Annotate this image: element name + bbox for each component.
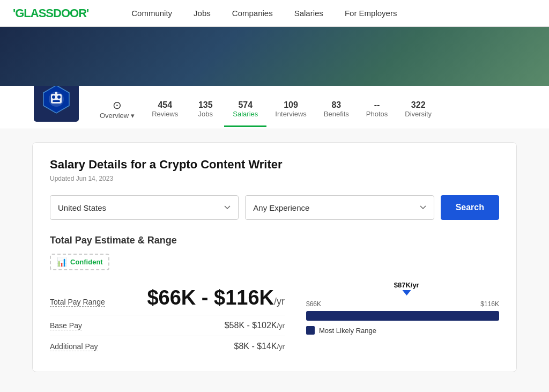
range-min: $66K	[306, 300, 321, 308]
nav-jobs[interactable]: Jobs	[194, 9, 211, 18]
nav-links: Community Jobs Companies Salaries For Em…	[131, 9, 397, 18]
company-logo-icon	[40, 83, 72, 115]
total-pay-title: Total Pay Estimate & Range	[50, 235, 499, 246]
additional-pay-label: Additional Pay	[50, 342, 98, 351]
pay-range-section: Total Pay Range $66K - $116K/yr Base Pay…	[50, 281, 499, 357]
salary-title: Salary Details for a Crypto Content Writ…	[50, 158, 499, 172]
experience-select[interactable]: Any Experience	[245, 195, 434, 220]
tab-jobs[interactable]: 135 Jobs	[187, 93, 224, 127]
bar-chart-icon: 📊	[56, 257, 67, 267]
range-legend: Most Likely Range	[306, 326, 499, 335]
company-banner	[0, 27, 549, 86]
range-marker-label: $87K/yr	[394, 281, 419, 289]
range-max: $116K	[480, 300, 499, 308]
pay-range-left: Total Pay Range $66K - $116K/yr Base Pay…	[50, 281, 285, 357]
most-likely-label: Most Likely Range	[319, 327, 376, 335]
chevron-down-icon: ▾	[131, 112, 135, 120]
filters-row: United States Any Experience Search	[50, 195, 499, 220]
tab-salaries[interactable]: 574 Salaries	[224, 93, 266, 127]
range-marker: $87K/yr	[394, 281, 419, 295]
range-min-max: $66K $116K	[306, 300, 499, 308]
tab-overview[interactable]: ⊙ Overview ▾	[91, 91, 143, 129]
total-pay-row: Total Pay Range $66K - $116K/yr	[50, 281, 285, 315]
svg-point-3	[52, 95, 55, 99]
company-section: ⊙ Overview ▾ 454 Reviews 135 Jobs 574 Sa…	[0, 86, 549, 129]
range-marker-arrow	[402, 290, 411, 295]
svg-rect-5	[53, 100, 60, 102]
salary-updated: Updated Jun 14, 2023	[50, 175, 499, 182]
base-pay-value: $58K - $102K/yr	[225, 321, 285, 330]
pay-range-chart: $87K/yr $66K $116K Most Likely Range	[306, 281, 499, 357]
svg-rect-2	[51, 94, 62, 103]
additional-pay-value: $8K - $14K/yr	[234, 342, 285, 351]
svg-rect-6	[55, 92, 57, 94]
salary-card: Salary Details for a Crypto Content Writ…	[32, 142, 517, 372]
company-tabs: ⊙ Overview ▾ 454 Reviews 135 Jobs 574 Sa…	[91, 86, 517, 129]
svg-point-4	[57, 95, 61, 99]
tab-interviews[interactable]: 109 Interviews	[266, 93, 315, 127]
tab-diversity[interactable]: 322 Diversity	[396, 93, 440, 127]
main-content: Salary Details for a Crypto Content Writ…	[0, 129, 549, 392]
tab-reviews[interactable]: 454 Reviews	[143, 93, 187, 127]
nav-community[interactable]: Community	[131, 9, 172, 18]
overview-icon: ⊙	[113, 99, 122, 112]
confident-badge[interactable]: 📊 Confident	[50, 254, 109, 270]
total-pay-value: $66K - $116K/yr	[147, 286, 285, 309]
navbar: 'GLASSDOOR' Community Jobs Companies Sal…	[0, 0, 549, 27]
overview-label: Overview ▾	[100, 112, 135, 120]
base-pay-label: Base Pay	[50, 321, 82, 330]
total-pay-label: Total Pay Range	[50, 298, 105, 307]
range-chart-wrap: $87K/yr $66K $116K Most Likely Range	[306, 281, 499, 335]
base-pay-row: Base Pay $58K - $102K/yr	[50, 315, 285, 336]
search-button[interactable]: Search	[441, 195, 499, 220]
tab-benefits[interactable]: 83 Benefits	[315, 93, 358, 127]
nav-companies[interactable]: Companies	[232, 9, 273, 18]
location-select[interactable]: United States	[50, 195, 239, 220]
confident-label: Confident	[70, 258, 103, 266]
additional-pay-row: Additional Pay $8K - $14K/yr	[50, 336, 285, 357]
nav-for-employers[interactable]: For Employers	[345, 9, 397, 18]
nav-salaries[interactable]: Salaries	[294, 9, 323, 18]
range-bar	[306, 311, 499, 321]
legend-box	[306, 326, 315, 335]
tab-photos[interactable]: -- Photos	[358, 93, 396, 127]
logo[interactable]: 'GLASSDOOR'	[13, 6, 88, 20]
